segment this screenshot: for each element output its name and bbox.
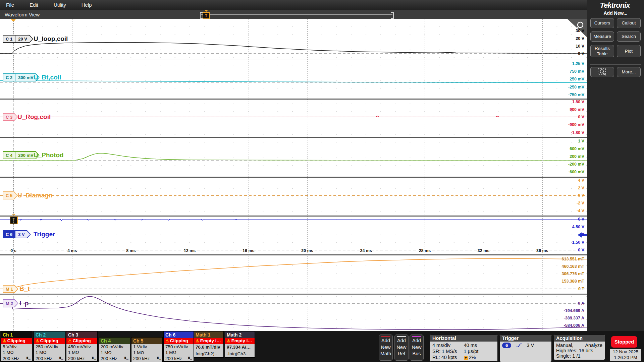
grid-division-line	[72, 19, 72, 331]
badge-row: 1 V/div	[131, 344, 162, 350]
acquisition-count: Single: 1 /1	[556, 353, 602, 359]
bottom-badge-math1[interactable]: Math 1⚠Empty i…76.6 mT/divIntg(Ch2)…	[194, 331, 224, 358]
waveform-plot[interactable]: T C 120 VU_loop,coil30 V20 V10 V0 VC 230…	[0, 19, 587, 331]
badge-header: Math 2	[225, 331, 255, 338]
badge-row: 1 MΩ	[99, 350, 130, 356]
run-stop-status-button[interactable]: Stopped	[611, 336, 637, 348]
trigger-source-badge: 6	[502, 343, 511, 348]
badge-id: C 5	[3, 192, 17, 199]
axis-label: -900 mV	[568, 122, 584, 127]
badge-scale: 3 V	[15, 231, 30, 238]
results-table-button[interactable]: Results Table	[590, 45, 614, 57]
minimap-right-bracket[interactable]	[391, 12, 394, 19]
menu-help[interactable]: Help	[82, 2, 92, 8]
separator	[426, 335, 426, 357]
warning-icon: ⚠	[196, 339, 199, 343]
acquisition-analyze: Analyze	[585, 343, 602, 348]
menu-file[interactable]: File	[6, 2, 14, 8]
horizontal-scale: 4 ms/div	[432, 343, 464, 348]
rising-edge-icon	[516, 343, 523, 348]
axis-label: 20 V	[576, 36, 584, 41]
measure-button[interactable]: Measure	[590, 32, 614, 42]
badge-id: C 1	[3, 36, 15, 42]
badge-header: Ch 1	[1, 331, 32, 338]
badge-row: ⚠Clipping	[1, 338, 32, 344]
add-new-bus-button[interactable]: AddNewBus	[410, 335, 424, 361]
grid-division-line	[13, 19, 14, 331]
badge-header: Ch 4	[99, 338, 130, 344]
trigger-level-t-icon[interactable]: T	[10, 216, 18, 224]
badge-id: M 1	[3, 286, 18, 292]
callout-button[interactable]: Callout	[617, 18, 641, 28]
axis-label: 10 V	[576, 44, 584, 49]
channel-label-B_t[interactable]: B_t	[19, 285, 30, 293]
channel-label-Trigger[interactable]: Trigger	[34, 231, 55, 238]
badge-header: Ch 3	[66, 331, 97, 338]
axis-label: 0 V	[578, 115, 584, 119]
axis-label: 250 mV	[570, 77, 584, 81]
channel-label-U_Bt,coil[interactable]: U_Bt,coil	[34, 74, 61, 81]
warning-icon: ⚠	[165, 339, 169, 343]
axis-label: 613.551 mT	[562, 257, 584, 261]
add-new-math-button[interactable]: AddNewMath	[379, 335, 393, 361]
grid-division-line	[131, 19, 131, 331]
zoom-select-button[interactable]	[590, 67, 614, 77]
right-panel: Tektronix Add New... CursorsCalloutMeasu…	[587, 0, 644, 331]
add-new-ref-button[interactable]: AddNewRef	[394, 335, 409, 361]
channel-label-U_Rog,coil[interactable]: U_Rog,coil	[17, 113, 51, 121]
channel-badge-c6[interactable]: C 63 V	[3, 230, 31, 238]
bottom-badge-ch4[interactable]: Ch 4200 mV/div1 MΩ200 kHzBw	[99, 337, 130, 362]
channel-label-U_loop,coil[interactable]: U_loop,coil	[34, 35, 68, 43]
button-stripe	[397, 336, 406, 337]
acquisition-panel[interactable]: Acquisition Manual, Analyze High Res: 16…	[553, 335, 605, 360]
bandwidth-marker: w	[159, 358, 161, 361]
plot-button[interactable]: Plot	[617, 45, 641, 57]
axis-label: -200 mV	[568, 162, 584, 167]
bandwidth-marker: w	[29, 358, 31, 361]
horizontal-window: 40 ms	[464, 343, 495, 348]
axis-label: 1.80 V	[572, 100, 584, 104]
bottom-badge-ch5[interactable]: Ch 51 V/div1 MΩ200 kHzBw	[131, 337, 163, 362]
trace-B_t	[0, 259, 587, 289]
bottom-badge-ch6[interactable]: Ch 6⚠Clipping750 mV/div1 MΩ200 kHzBw	[163, 331, 194, 362]
bottom-badge-math2[interactable]: Math 2⚠Empty i…97.334 A/…-Intg(Ch3…	[225, 331, 255, 358]
badge-scale: 20 V	[15, 36, 33, 42]
channel-label-U_Photod[interactable]: U_Photod	[34, 152, 64, 159]
warning-icon: ⚠	[227, 339, 230, 343]
axis-label: 200 mV	[570, 154, 584, 159]
badge-body: C 120 V	[3, 36, 33, 42]
bottom-badge-ch2[interactable]: Ch 2⚠Clipping250 mV/div1 MΩ200 kHzBw	[34, 331, 65, 362]
time-label: 1:26:20 PM	[614, 355, 637, 361]
zoom-select-icon	[597, 68, 607, 76]
badge-row: 200 mV/div	[99, 344, 130, 350]
trigger-level: 3 V	[527, 343, 534, 348]
trigger-panel[interactable]: Trigger 6 3 V	[499, 335, 552, 362]
badge-header: Ch 5	[131, 338, 162, 344]
badge-body: C 5	[3, 192, 17, 199]
channel-label-I_p[interactable]: I_p	[19, 300, 29, 307]
trigger-panel-title: Trigger	[500, 335, 551, 342]
acquisition-minimap[interactable]: T	[201, 12, 392, 17]
cursors-button[interactable]: Cursors	[590, 18, 614, 28]
channel-badge-c1[interactable]: C 120 V	[3, 35, 33, 43]
menu-utility[interactable]: Utility	[54, 2, 66, 8]
trigger-position-flag-icon[interactable]: T	[203, 12, 210, 19]
horizontal-panel[interactable]: Horizontal 4 ms/div 40 ms SR: 1 MS/s 1 µ…	[430, 335, 498, 362]
separator	[608, 335, 608, 357]
badge-body: M 2	[3, 300, 18, 307]
record-length: RL: 40 kpts	[432, 355, 464, 360]
time-axis-label: 32 ms	[478, 248, 489, 253]
datetime-badge: 12 Nov 2025 1:26:20 PM	[610, 349, 641, 361]
menu-edit[interactable]: Edit	[30, 2, 38, 8]
more-button[interactable]: More...	[617, 67, 641, 77]
trace-U_Photod	[0, 153, 587, 160]
button-stripe	[381, 336, 390, 337]
badge-row: 200 kHzBw	[99, 356, 130, 362]
channel-label-U_Diamagn[interactable]: U_Diamagn	[17, 192, 53, 199]
time-axis-label: 8 ms	[126, 248, 136, 253]
search-button[interactable]: Search	[617, 32, 641, 42]
bottom-badge-ch1[interactable]: Ch 1⚠Clipping5 V/div1 MΩ200 kHzBw	[1, 331, 32, 362]
badge-row: ⚠Clipping	[66, 338, 97, 344]
trace-U_Rog,coil	[0, 116, 587, 119]
bottom-badge-ch3[interactable]: Ch 3⚠Clipping450 mV/div1 MΩ200 kHzBw	[66, 331, 98, 362]
